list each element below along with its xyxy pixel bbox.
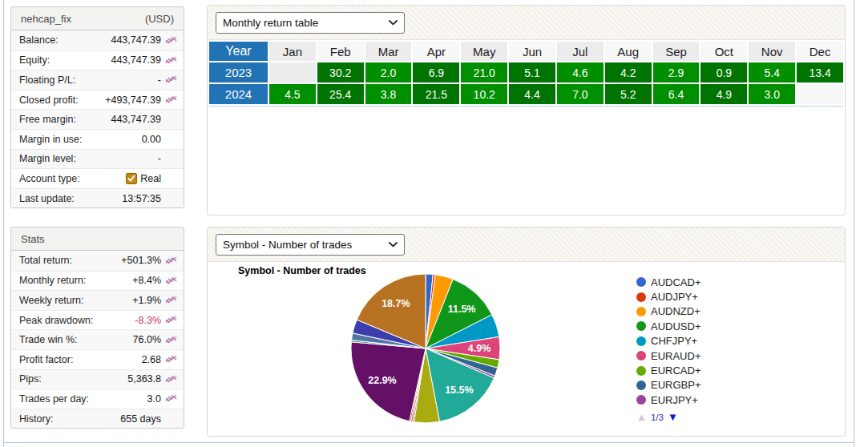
stats-row: Pips:5,363.8 xyxy=(11,369,184,389)
stats-row: Total return:+501.3% xyxy=(11,251,184,271)
account-row-value: 443,747.39 xyxy=(76,114,161,125)
symbol-view-dropdown[interactable]: Symbol - Number of trades xyxy=(216,234,405,256)
return-cell: 30.2 xyxy=(317,62,364,83)
return-cell: 6.4 xyxy=(653,84,700,104)
pie-slice-label: 22.9% xyxy=(368,375,396,386)
stats-title: Stats xyxy=(21,233,45,245)
legend-symbol-label: EURJPY+ xyxy=(651,394,698,406)
account-row-value: - xyxy=(75,74,161,86)
icon-slot xyxy=(161,150,177,169)
table-row: 202330.22.06.921.05.14.64.22.90.95.413.4 xyxy=(209,62,843,83)
stats-panel-body: Total return:+501.3%Monthly return:+8.4%… xyxy=(10,251,184,429)
account-row: Margin in use:0.00 xyxy=(11,129,184,149)
icon-slot xyxy=(161,311,177,330)
bottom-page-border xyxy=(3,442,854,443)
year-column-header: Year xyxy=(209,42,268,61)
legend-item: AUDUSD+ xyxy=(636,319,701,333)
legend-item: EURJPY+ xyxy=(636,393,701,407)
legend-color-dot xyxy=(636,277,646,287)
account-row-label: Balance: xyxy=(19,34,59,46)
account-row-label: Account type: xyxy=(19,173,80,184)
account-row: Balance:443,747.39 xyxy=(11,30,184,50)
stats-row-value: 5,363.8 xyxy=(42,373,161,385)
account-row-value: Real xyxy=(80,173,161,185)
account-row: Margin level:- xyxy=(11,149,184,169)
account-row: Account type:Real xyxy=(11,168,184,188)
chart-icon[interactable] xyxy=(165,336,177,344)
legend-color-dot xyxy=(636,321,646,331)
chart-icon[interactable] xyxy=(165,256,177,265)
legend-item: AUDCAD+ xyxy=(636,275,701,289)
return-cell xyxy=(269,62,316,83)
month-column-header: Nov xyxy=(749,42,795,61)
account-row: Closed profit:+493,747.39 xyxy=(11,90,184,110)
legend-item: AUDNZD+ xyxy=(636,304,701,319)
stats-panel: Stats Total return:+501.3%Monthly return… xyxy=(10,227,184,429)
return-cell: 2.0 xyxy=(365,62,412,83)
chart-icon[interactable] xyxy=(165,95,177,104)
chart-icon[interactable] xyxy=(165,355,177,364)
stats-row-value: +1.9% xyxy=(83,295,161,306)
icon-slot xyxy=(161,169,177,188)
table-header-row: YearJanFebMarAprMayJunJulAugSepOctNovDec xyxy=(209,42,843,61)
legend-page-up-icon[interactable]: ▲ xyxy=(636,411,647,423)
return-cell: 3.0 xyxy=(749,84,795,104)
symbol-widget-toolbar: Symbol - Number of trades xyxy=(208,228,845,262)
account-panel-body: Balance:443,747.39Equity:443,747.39Float… xyxy=(10,30,184,208)
stats-row-label: Monthly return: xyxy=(19,275,86,286)
monthly-view-dropdown[interactable]: Monthly return table xyxy=(216,12,405,34)
stats-row-value: +501.3% xyxy=(72,255,161,266)
account-row-value: 443,747.39 xyxy=(59,34,161,46)
stats-row: Weekly return:+1.9% xyxy=(11,290,184,310)
symbol-view-dropdown-value: Symbol - Number of trades xyxy=(223,239,389,251)
legend-color-dot xyxy=(636,351,646,360)
table-row: 20244.525.43.821.510.24.47.05.26.44.93.0 xyxy=(209,84,843,104)
account-row-label: Free margin: xyxy=(19,114,76,125)
return-cell: 4.6 xyxy=(557,62,604,83)
account-row-value: +493,747.39 xyxy=(79,95,161,106)
icon-slot xyxy=(161,272,177,291)
monthly-widget-toolbar: Monthly return table xyxy=(208,6,845,40)
stats-row-label: Trades per day: xyxy=(19,393,89,405)
month-column-header: Apr xyxy=(413,42,459,61)
legend-symbol-label: AUDUSD+ xyxy=(651,320,701,332)
legend-symbol-label: EURCAD+ xyxy=(651,364,701,377)
stats-row-label: Trade win %: xyxy=(19,334,77,345)
chart-icon[interactable] xyxy=(165,56,177,65)
real-account-checkbox xyxy=(126,173,137,184)
symbol-trades-widget: Symbol - Number of trades Symbol - Numbe… xyxy=(207,227,846,437)
chart-icon[interactable] xyxy=(165,394,177,403)
account-row-label: Closed profit: xyxy=(19,95,79,106)
month-column-header: Dec xyxy=(797,42,843,61)
legend-page-down-icon[interactable]: ▼ xyxy=(668,411,678,423)
chart-icon[interactable] xyxy=(165,276,177,285)
account-row-label: Margin in use: xyxy=(19,134,83,145)
stats-row-label: Profit factor: xyxy=(19,354,73,365)
return-cell: 4.5 xyxy=(269,84,316,104)
legend-color-dot xyxy=(636,307,646,316)
legend-symbol-label: EURGBP+ xyxy=(651,379,701,391)
table-underline xyxy=(209,106,843,107)
stats-row: Trade win %:76.0% xyxy=(11,329,184,349)
stats-row-value: -8.3% xyxy=(93,315,161,326)
return-cell: 13.4 xyxy=(797,62,843,83)
pie-legend: AUDCAD+AUDJPY+AUDNZD+AUDUSD+CHFJPY+EURAU… xyxy=(636,275,701,408)
chart-icon[interactable] xyxy=(165,296,177,304)
return-cell: 6.9 xyxy=(413,62,459,83)
stats-row-value: 655 days xyxy=(53,413,161,425)
stats-panel-header: Stats xyxy=(10,227,184,251)
monthly-return-widget: Monthly return table YearJanFebMarAprMay… xyxy=(207,5,846,215)
chart-icon[interactable] xyxy=(165,375,177,384)
account-currency: (USD) xyxy=(145,13,174,25)
year-cell: 2023 xyxy=(209,62,268,83)
return-cell: 25.4 xyxy=(317,84,364,104)
monthly-view-dropdown-value: Monthly return table xyxy=(223,17,389,29)
month-column-header: Mar xyxy=(365,42,412,61)
chart-icon[interactable] xyxy=(165,316,177,324)
account-row-label: Last update: xyxy=(19,193,75,204)
stats-row: Monthly return:+8.4% xyxy=(11,271,184,291)
chart-icon[interactable] xyxy=(165,36,177,45)
month-column-header: Jan xyxy=(269,42,316,61)
chart-icon[interactable] xyxy=(165,75,177,84)
stats-row: Trades per day:3.0 xyxy=(11,389,184,409)
